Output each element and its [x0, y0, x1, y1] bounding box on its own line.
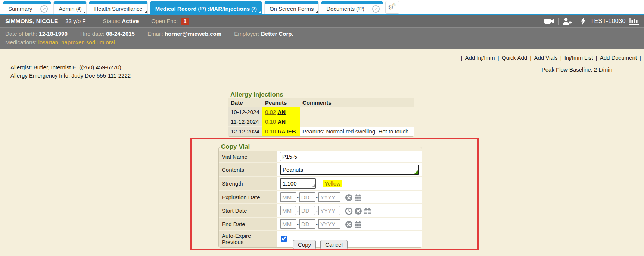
tab-medical-record-label: Medical Record — [155, 6, 197, 12]
tab-on-screen-forms-label: On Screen Forms — [270, 6, 314, 12]
clock-icon[interactable] — [345, 207, 353, 215]
link-separator: | — [640, 54, 641, 61]
peak-flow-baseline-link[interactable]: Peak Flow Baseline — [542, 66, 591, 73]
injection-comment — [300, 117, 414, 127]
form-row-vial-name: Vial Name — [219, 151, 422, 163]
form-row-strength: Strength Yellow — [219, 177, 422, 190]
table-header-row: Date Peanuts Comments — [228, 98, 414, 107]
allergy-injections-legend: Allergy Injections — [229, 91, 285, 98]
divider — [558, 18, 559, 25]
calendar-icon[interactable] — [364, 207, 371, 215]
medication-link-naproxen[interactable]: naproxen sodium oral — [61, 39, 115, 45]
reaction-code-link[interactable]: AN — [277, 118, 286, 125]
start-year-input[interactable] — [318, 206, 340, 215]
expiration-year-input[interactable] — [318, 192, 340, 202]
resize-handle-icon[interactable] — [414, 170, 418, 174]
injection-date: 10-12-2024 — [228, 107, 262, 117]
copy-vial-form: Vial Name Contents Strength — [219, 151, 422, 247]
settings-button[interactable]: ⚙⚙ — [385, 1, 399, 14]
column-header-peanuts-link[interactable]: Peanuts — [265, 99, 287, 106]
tab-on-screen-forms[interactable]: On Screen Forms — [264, 1, 319, 14]
table-row: 11-12-2024 0.10 AN — [228, 117, 414, 127]
calendar-icon[interactable] — [354, 194, 362, 202]
dose-link[interactable]: 0.10 — [265, 118, 276, 125]
quick-add-link[interactable]: Quick Add — [502, 54, 527, 61]
tab-admin-label: Admin — [59, 6, 75, 12]
main-tab-bar: Summary ↗ Admin (4) Health Surveillance … — [0, 0, 644, 15]
add-document-link[interactable]: Add Document — [600, 54, 637, 61]
clear-date-icon[interactable] — [354, 207, 362, 215]
copy-button[interactable]: Copy — [293, 240, 316, 249]
gear-small-icon: ⚙ — [392, 3, 396, 7]
open-encounter-badge[interactable]: 1 — [181, 18, 189, 25]
expiration-day-input[interactable] — [299, 192, 315, 202]
strength-label: Strength — [219, 177, 277, 190]
inj-imm-list-link[interactable]: Inj/Imm List — [564, 54, 593, 61]
main-content: | Add Inj/Imm | Quick Add | Add Vials | … — [0, 49, 644, 256]
station-id: TEST-10030 — [590, 18, 626, 25]
form-row-start-date: Start Date -- — [219, 204, 422, 217]
end-day-input[interactable] — [299, 219, 315, 229]
reaction-code-link[interactable]: AN — [277, 109, 286, 115]
video-camera-icon[interactable] — [544, 18, 554, 25]
date-separator: - — [297, 208, 299, 214]
tab-medical-record-subcount: (7) — [251, 6, 257, 12]
status-value: Active — [122, 18, 139, 24]
date-separator: - — [316, 208, 318, 214]
tab-documents-label: Documents — [326, 6, 355, 12]
end-month-input[interactable] — [280, 219, 296, 229]
tab-medical-record[interactable]: Medical Record (17):MAR/Injections (7) — [150, 1, 262, 14]
contents-input[interactable] — [280, 165, 419, 175]
copy-vial-panel: Copy Vial Vial Name Contents Strength — [218, 143, 422, 248]
clear-date-icon[interactable] — [345, 194, 353, 202]
summary-popout-button[interactable]: ↗ — [37, 4, 51, 14]
hire-date-value: 08-24-2015 — [106, 31, 135, 37]
tab-admin-count: (4) — [76, 6, 82, 12]
column-header-comments: Comments — [300, 98, 414, 107]
clear-date-icon[interactable] — [345, 221, 353, 228]
patient-age-sex: 33 y/o F — [65, 18, 85, 24]
dob-value: 12-18-1990 — [39, 31, 68, 37]
add-inj-imm-link[interactable]: Add Inj/Imm — [465, 54, 495, 61]
calendar-icon[interactable] — [354, 221, 362, 228]
lightning-bolt-icon[interactable] — [581, 17, 586, 25]
tab-summary[interactable]: Summary ↗ — [3, 1, 51, 14]
column-header-date: Date — [228, 98, 262, 107]
medication-link-losartan[interactable]: losartan — [38, 39, 58, 45]
tab-health-surveillance[interactable]: Health Surveillance — [89, 1, 147, 14]
documents-popout-button[interactable]: ↗ — [369, 4, 383, 14]
add-user-icon[interactable] — [563, 18, 572, 25]
contents-label: Contents — [219, 163, 277, 177]
allergy-injections-table: Date Peanuts Comments 10-12-2024 0.02 AN… — [228, 98, 414, 136]
tab-documents[interactable]: Documents (12) ↗ — [321, 1, 383, 14]
tab-medical-record-count: (17) — [198, 6, 206, 12]
patient-info-bar: Date of birth: 12-18-1990 Hire date: 08-… — [0, 27, 644, 49]
hire-date-label: Hire date: — [80, 31, 105, 37]
tab-summary-label: Summary — [8, 6, 32, 12]
add-vials-link[interactable]: Add Vials — [534, 54, 557, 61]
cancel-button[interactable]: Cancel — [320, 240, 348, 249]
dose-link[interactable]: 0.02 — [265, 109, 276, 115]
dose-link[interactable]: 0.10 — [265, 128, 276, 135]
resize-handle-icon[interactable] — [312, 184, 315, 187]
allergist-link[interactable]: Allergist — [10, 64, 30, 70]
tab-medical-record-sublabel: :MAR/Injections — [208, 6, 250, 12]
patient-name: SIMMONS, NICOLE — [5, 18, 58, 25]
expiration-month-input[interactable] — [280, 192, 296, 202]
date-separator: - — [297, 221, 299, 227]
reaction-code-link[interactable]: IEB — [287, 128, 296, 135]
tab-admin[interactable]: Admin (4) — [53, 1, 87, 14]
strength-input[interactable] — [280, 178, 316, 189]
injection-comment — [300, 107, 414, 117]
end-year-input[interactable] — [318, 219, 340, 229]
popout-arrow-icon: ↗ — [372, 5, 380, 13]
start-day-input[interactable] — [299, 206, 315, 215]
popout-arrow-icon: ↗ — [40, 5, 48, 13]
allergy-emergency-info-link[interactable]: Allergy Emergency Info — [10, 72, 68, 79]
vial-name-input[interactable] — [280, 152, 332, 161]
start-month-input[interactable] — [280, 206, 296, 215]
table-row: 10-12-2024 0.02 AN — [228, 107, 414, 117]
employer-value: Better Corp. — [261, 31, 293, 37]
bar-chart-icon[interactable] — [629, 18, 639, 25]
injection-date: 12-12-2024 — [228, 127, 262, 136]
